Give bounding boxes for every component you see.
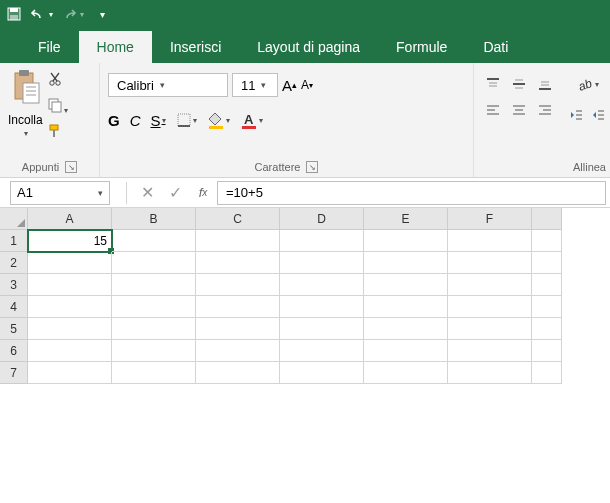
column-header[interactable]: F (448, 208, 532, 230)
tab-home[interactable]: Home (79, 31, 152, 63)
align-left-button[interactable] (482, 99, 504, 121)
row-header[interactable]: 1 (0, 230, 28, 252)
font-size-combo[interactable]: 11▾ (232, 73, 278, 97)
align-middle-button[interactable] (508, 73, 530, 95)
column-header[interactable] (532, 208, 562, 230)
increase-font-button[interactable]: A▴ (282, 77, 297, 94)
cell[interactable] (196, 318, 280, 340)
tab-page-layout[interactable]: Layout di pagina (239, 31, 378, 63)
tab-data[interactable]: Dati (465, 31, 526, 63)
cell[interactable] (364, 362, 448, 384)
font-name-combo[interactable]: Calibri▾ (108, 73, 228, 97)
cell[interactable] (448, 296, 532, 318)
undo-button[interactable]: ▾ (30, 6, 53, 22)
cell[interactable] (112, 340, 196, 362)
insert-function-button[interactable]: fx (189, 181, 217, 205)
font-color-button[interactable]: A▾ (240, 111, 263, 129)
tab-insert[interactable]: Inserisci (152, 31, 239, 63)
align-top-button[interactable] (482, 73, 504, 95)
cell[interactable] (112, 318, 196, 340)
fill-color-button[interactable]: ▾ (207, 111, 230, 129)
cell[interactable] (364, 340, 448, 362)
cell[interactable] (112, 274, 196, 296)
italic-button[interactable]: C (130, 112, 141, 129)
cell[interactable] (28, 252, 112, 274)
cancel-formula-button[interactable]: ✕ (133, 181, 161, 205)
borders-button[interactable]: ▾ (176, 112, 197, 128)
bold-button[interactable]: G (108, 112, 120, 129)
column-header[interactable]: B (112, 208, 196, 230)
tab-file[interactable]: File (20, 31, 79, 63)
cell[interactable] (280, 362, 364, 384)
cell[interactable] (448, 252, 532, 274)
align-center-button[interactable] (508, 99, 530, 121)
cell[interactable] (280, 252, 364, 274)
orientation-button[interactable]: ab▾ (568, 75, 606, 93)
align-right-button[interactable] (534, 99, 556, 121)
column-header[interactable]: A (28, 208, 112, 230)
decrease-font-button[interactable]: A▾ (301, 78, 313, 92)
name-box[interactable]: A1▾ (10, 181, 110, 205)
cell[interactable] (28, 296, 112, 318)
cell[interactable] (196, 252, 280, 274)
cell[interactable] (532, 274, 562, 296)
formula-input[interactable] (217, 181, 606, 205)
copy-button[interactable]: ▾ (47, 97, 68, 117)
paste-button[interactable] (9, 67, 41, 111)
cell[interactable] (532, 318, 562, 340)
cell[interactable] (112, 362, 196, 384)
cell[interactable] (532, 340, 562, 362)
row-header[interactable]: 3 (0, 274, 28, 296)
font-launcher[interactable]: ↘ (306, 161, 318, 173)
cell[interactable] (448, 274, 532, 296)
tab-formulas[interactable]: Formule (378, 31, 465, 63)
cell[interactable]: 15 (28, 230, 112, 252)
cell[interactable] (280, 318, 364, 340)
cell[interactable] (448, 230, 532, 252)
cell[interactable] (280, 230, 364, 252)
row-header[interactable]: 2 (0, 252, 28, 274)
cell[interactable] (196, 296, 280, 318)
cell[interactable] (280, 274, 364, 296)
column-header[interactable]: E (364, 208, 448, 230)
cell[interactable] (364, 252, 448, 274)
row-header[interactable]: 7 (0, 362, 28, 384)
row-header[interactable]: 5 (0, 318, 28, 340)
cell[interactable] (28, 340, 112, 362)
clipboard-launcher[interactable]: ↘ (65, 161, 77, 173)
cell[interactable] (196, 230, 280, 252)
redo-button[interactable]: ▾ (61, 6, 84, 22)
cell[interactable] (28, 362, 112, 384)
cell[interactable] (112, 230, 196, 252)
decrease-indent-button[interactable] (568, 107, 584, 123)
cell[interactable] (532, 296, 562, 318)
row-header[interactable]: 6 (0, 340, 28, 362)
cut-button[interactable] (47, 71, 68, 91)
row-header[interactable]: 4 (0, 296, 28, 318)
cell[interactable] (532, 230, 562, 252)
cell[interactable] (112, 252, 196, 274)
cell[interactable] (364, 318, 448, 340)
cell[interactable] (280, 296, 364, 318)
enter-formula-button[interactable]: ✓ (161, 181, 189, 205)
cell[interactable] (112, 296, 196, 318)
cell[interactable] (196, 362, 280, 384)
save-button[interactable] (6, 6, 22, 22)
cell[interactable] (364, 274, 448, 296)
cell[interactable] (364, 230, 448, 252)
column-header[interactable]: C (196, 208, 280, 230)
cell[interactable] (280, 340, 364, 362)
cell[interactable] (28, 318, 112, 340)
underline-button[interactable]: S▾ (151, 112, 166, 129)
cell[interactable] (196, 274, 280, 296)
cell[interactable] (448, 340, 532, 362)
cell[interactable] (28, 274, 112, 296)
paste-label[interactable]: Incolla (8, 113, 43, 127)
align-bottom-button[interactable] (534, 73, 556, 95)
customize-qat-button[interactable]: ▾ (100, 9, 105, 20)
select-all-corner[interactable] (0, 208, 28, 230)
increase-indent-button[interactable] (590, 107, 606, 123)
cell[interactable] (532, 362, 562, 384)
cell[interactable] (448, 362, 532, 384)
cell[interactable] (448, 318, 532, 340)
